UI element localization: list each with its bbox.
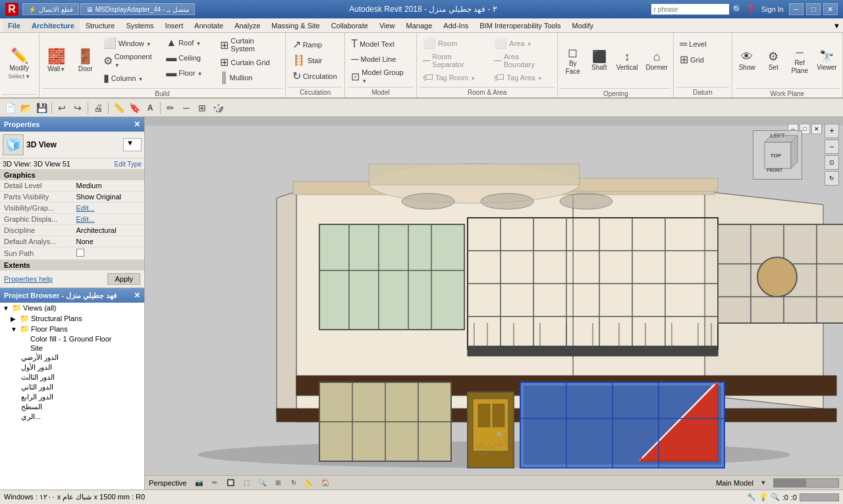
visibility-edit-btn[interactable]: Edit... — [76, 204, 95, 212]
view-ctrl-2[interactable]: ✏ — [207, 476, 222, 490]
viewport-close-btn[interactable]: ✕ — [811, 124, 822, 134]
quick-tab-2[interactable]: 🖥 MSDisplayAdapter_44 - متصل بـ — [80, 3, 195, 15]
menu-addins[interactable]: Add-Ins — [438, 19, 474, 32]
apply-btn[interactable]: Apply — [107, 273, 140, 285]
ribbon-btn-wall[interactable]: 🧱 Wall▼ — [42, 36, 71, 87]
structural-plans-toggle[interactable]: ▶ — [11, 315, 18, 322]
view-ctrl-3[interactable]: 🔲 — [223, 476, 238, 490]
restore-btn[interactable]: □ — [806, 3, 821, 15]
ribbon-btn-door[interactable]: 🚪 Door — [72, 36, 99, 87]
open-btn[interactable]: 📂 — [18, 101, 33, 115]
text-btn[interactable]: A — [143, 101, 157, 115]
ribbon-btn-model-line[interactable]: ─ Model Line — [348, 52, 400, 66]
ribbon-btn-room-separator[interactable]: ─ Room Separator — [420, 51, 488, 70]
status-slider[interactable] — [800, 493, 839, 501]
ribbon-btn-column[interactable]: ▮ Column ▼ — [100, 70, 162, 86]
properties-help-link[interactable]: Properties help — [4, 275, 53, 283]
search-input[interactable] — [651, 3, 730, 15]
floor-plans-toggle[interactable]: ▼ — [11, 326, 18, 333]
tag-btn[interactable]: 🔖 — [127, 101, 142, 115]
ribbon-btn-floor[interactable]: ▬ Floor ▼ — [163, 66, 215, 80]
ribbon-btn-area-boundary[interactable]: ─ Area Boundary — [491, 51, 555, 70]
ribbon-arrow-icon[interactable]: ▼ — [833, 22, 840, 30]
view-ctrl-4[interactable]: ⬚ — [239, 476, 254, 490]
ribbon-btn-viewer[interactable]: 🔭 Viewer — [813, 36, 840, 87]
properties-close-btn[interactable]: ✕ — [134, 120, 140, 129]
new-btn[interactable]: 📄 — [3, 101, 17, 115]
ribbon-btn-room[interactable]: ⬜ Room — [420, 36, 488, 51]
draw-btn[interactable]: ✏ — [163, 101, 178, 115]
menu-annotate[interactable]: Annotate — [189, 19, 229, 32]
ribbon-btn-tag-room[interactable]: 🏷 Tag Room ▼ — [420, 70, 488, 85]
ribbon-btn-ramp[interactable]: ↗ Ramp — [289, 37, 342, 52]
menu-analyze[interactable]: Analyze — [229, 19, 265, 32]
minimize-btn[interactable]: ─ — [789, 3, 803, 15]
ribbon-btn-curtain-system[interactable]: ⊞ Curtain System — [217, 36, 283, 54]
graphic-edit-btn[interactable]: Edit... — [76, 215, 95, 223]
menu-insert[interactable]: Insert — [160, 19, 189, 32]
sign-in-btn[interactable]: Sign In — [759, 5, 786, 13]
ribbon-btn-curtain-grid[interactable]: ⊞ Curtain Grid — [217, 55, 283, 70]
ribbon-btn-model-text[interactable]: T Model Text — [348, 37, 400, 51]
zoom-out-btn[interactable]: − — [825, 139, 839, 154]
tree-item-ground-floor[interactable]: الدور الأرضي — [0, 353, 144, 363]
status-icon-3[interactable]: 🔍 — [771, 493, 780, 501]
menu-modify[interactable]: Modify — [567, 19, 599, 32]
view-ctrl-1[interactable]: 📷 — [192, 476, 206, 490]
quick-tab-1[interactable]: ⚡ قطع الاتصال — [22, 3, 79, 15]
ribbon-btn-ceiling[interactable]: ▬ Ceiling — [163, 51, 215, 65]
view-slider[interactable] — [773, 478, 839, 488]
viewport[interactable]: فنتيج ─ □ ✕ LEFT TOP FRONT — [145, 117, 843, 490]
ribbon-btn-show[interactable]: 👁 Show — [734, 36, 759, 87]
help-icon[interactable]: ❓ — [746, 5, 756, 14]
tree-item-site[interactable]: Site — [0, 343, 144, 353]
menu-manage[interactable]: Manage — [401, 19, 438, 32]
undo-btn[interactable]: ↩ — [55, 101, 69, 115]
view-ctrl-7[interactable]: ↻ — [286, 476, 301, 490]
ribbon-btn-vertical[interactable]: ↕ Vertical — [613, 36, 641, 87]
fit-view-btn[interactable]: ⊡ — [825, 155, 839, 170]
ribbon-btn-circulation[interactable]: ↻ Circulation — [289, 68, 342, 84]
menu-architecture[interactable]: Architecture — [26, 19, 80, 32]
ribbon-btn-stair[interactable]: 🪜 Stair — [289, 53, 342, 68]
menu-systems[interactable]: Systems — [121, 19, 159, 32]
3d-btn[interactable]: 🎲 — [211, 101, 225, 115]
project-browser-close-btn[interactable]: ✕ — [134, 291, 140, 300]
ribbon-btn-modify[interactable]: ✏️ Modify Select▼ — [3, 47, 36, 82]
close-btn[interactable]: ✕ — [823, 3, 838, 15]
tree-item-structural-plans[interactable]: ▶ 📁 Structural Plans — [0, 313, 144, 324]
ribbon-btn-by-face[interactable]: ◻ ByFace — [560, 36, 585, 87]
ribbon-btn-area[interactable]: ⬜ Area ▼ — [491, 36, 555, 51]
ribbon-btn-model-group[interactable]: ⊡ Model Group ▼ — [348, 67, 414, 86]
measure-btn[interactable]: 📏 — [111, 101, 126, 115]
tree-item-roof[interactable]: السطح — [0, 402, 144, 412]
ribbon-btn-component[interactable]: ⚙ Component ▼ — [100, 51, 162, 70]
ribbon-btn-tag-area[interactable]: 🏷 Tag Area ▼ — [491, 70, 555, 85]
menu-structure[interactable]: Structure — [80, 19, 121, 32]
view-ctrl-8[interactable]: 📐 — [302, 476, 317, 490]
view-ctrl-6[interactable]: ⊞ — [271, 476, 285, 490]
ribbon-btn-dormer[interactable]: ⌂ Dormer — [643, 36, 671, 87]
view-ctrl-5[interactable]: 🔍 — [255, 476, 269, 490]
zoom-in-btn[interactable]: + — [825, 124, 839, 138]
orbit-btn[interactable]: ↻ — [825, 171, 839, 186]
ribbon-btn-shaft[interactable]: ⬛ Shaft — [587, 36, 612, 87]
tree-item-more[interactable]: الري... — [0, 412, 144, 422]
ribbon-btn-ref-plane[interactable]: ─ RefPlane — [787, 36, 812, 87]
menu-file[interactable]: File — [3, 19, 26, 32]
ribbon-btn-level[interactable]: ═ Level — [676, 37, 729, 51]
sun-path-checkbox[interactable] — [76, 249, 84, 257]
tree-item-first-floor[interactable]: الدور الأول — [0, 363, 144, 372]
menu-collaborate[interactable]: Collaborate — [326, 19, 373, 32]
tree-item-third-floor[interactable]: الدور الثالث — [0, 372, 144, 382]
tree-item-second-floor[interactable]: الدور الثاني — [0, 382, 144, 392]
menu-view[interactable]: View — [374, 19, 400, 32]
view-model-dropdown[interactable]: ▼ — [756, 476, 771, 490]
tree-item-views[interactable]: ▼ 📁 Views (all) — [0, 303, 144, 313]
line-btn[interactable]: ─ — [179, 101, 194, 115]
view-btn[interactable]: ⊞ — [195, 101, 209, 115]
status-icon-2[interactable]: 💡 — [759, 493, 768, 501]
status-icon-1[interactable]: 🔧 — [747, 493, 756, 501]
view-ctrl-9[interactable]: 🏠 — [318, 476, 333, 490]
tree-item-fourth-floor[interactable]: الدور الرابع — [0, 392, 144, 402]
